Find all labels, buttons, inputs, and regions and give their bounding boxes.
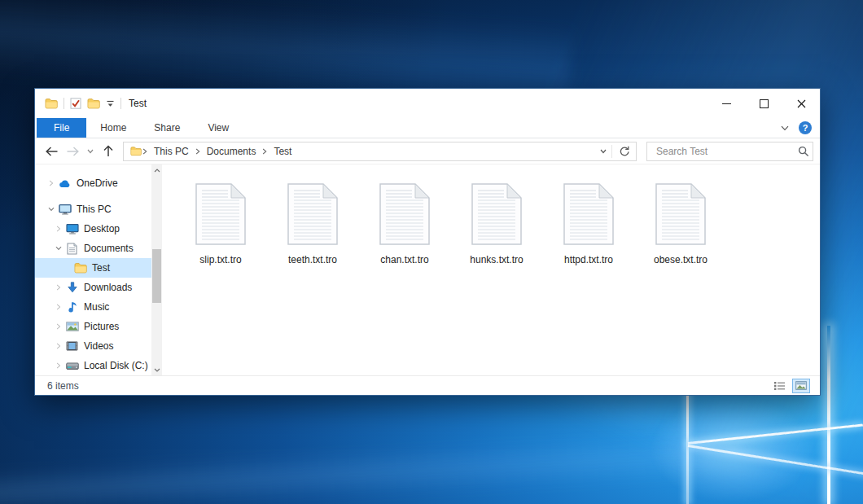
breadcrumb-documents[interactable]: Documents	[201, 146, 262, 157]
chevron-down-icon[interactable]	[54, 246, 63, 251]
sidebar-item-test[interactable]: Test	[35, 258, 151, 278]
large-icons-view-button[interactable]	[792, 379, 810, 393]
forward-button[interactable]	[63, 142, 82, 161]
toolbar-separator	[120, 98, 121, 109]
help-button[interactable]: ?	[799, 121, 812, 134]
file-list-pane[interactable]: slip.txt.tro teeth.txt.tro chan.txt.tro …	[162, 164, 820, 375]
chevron-right-icon[interactable]	[46, 180, 55, 186]
status-bar: 6 items	[35, 375, 820, 395]
sidebar-item-label: Local Disk (C:)	[84, 360, 148, 371]
chevron-down-icon[interactable]	[106, 100, 115, 107]
folder-icon	[126, 146, 142, 156]
sidebar-item-label: Downloads	[84, 282, 132, 293]
breadcrumb-this-pc[interactable]: This PC	[148, 146, 195, 157]
sidebar-item-onedrive[interactable]: OneDrive	[35, 173, 151, 193]
minimize-icon	[722, 103, 731, 104]
scrollbar-thumb[interactable]	[152, 249, 161, 303]
file-explorer-window: Test File Home Share View ?	[34, 88, 821, 396]
chevron-down-icon	[600, 149, 607, 154]
refresh-button[interactable]	[614, 142, 633, 161]
text-document-icon	[195, 183, 246, 245]
file-name: httpd.txt.tro	[564, 254, 613, 265]
sidebar-item-documents[interactable]: Documents	[35, 239, 151, 258]
file-item[interactable]: teeth.txt.tro	[270, 183, 355, 265]
sidebar-item-this-pc[interactable]: This PC	[35, 199, 151, 219]
sidebar-item-downloads[interactable]: Downloads	[35, 278, 151, 297]
scroll-down-icon[interactable]	[151, 364, 162, 375]
scroll-up-icon[interactable]	[151, 164, 162, 176]
address-bar[interactable]: This PC Documents Test	[123, 142, 637, 161]
chevron-right-icon	[195, 148, 201, 155]
chevron-right-icon[interactable]	[54, 362, 63, 369]
text-document-icon	[471, 183, 522, 245]
folder-icon[interactable]	[87, 98, 100, 109]
file-item[interactable]: httpd.txt.tro	[546, 183, 631, 265]
refresh-icon	[619, 146, 629, 156]
tab-share[interactable]: Share	[140, 118, 194, 138]
folder-icon[interactable]	[45, 98, 58, 109]
file-item[interactable]: obese.txt.tro	[638, 183, 723, 265]
checkmark-document-icon[interactable]	[70, 98, 81, 109]
title-bar[interactable]: Test	[35, 89, 820, 118]
sidebar-item-label: Desktop	[84, 223, 120, 234]
navigation-pane: OneDrive This PC	[35, 164, 162, 375]
sidebar-item-label: Music	[84, 301, 109, 313]
sidebar-item-videos[interactable]: Videos	[35, 336, 151, 356]
address-dropdown-button[interactable]	[597, 142, 610, 161]
download-arrow-icon	[64, 282, 80, 293]
chevron-right-icon	[261, 148, 268, 155]
sidebar-scrollbar[interactable]	[151, 164, 162, 375]
sidebar-item-label: Videos	[84, 340, 113, 352]
sidebar-item-desktop[interactable]: Desktop	[35, 219, 151, 239]
tab-view[interactable]: View	[194, 118, 243, 138]
sidebar-item-label: Pictures	[84, 321, 119, 332]
search-box[interactable]	[646, 142, 813, 161]
back-button[interactable]	[42, 142, 61, 161]
text-document-icon	[563, 183, 614, 245]
file-item[interactable]: slip.txt.tro	[178, 183, 263, 265]
breadcrumb-test[interactable]: Test	[268, 146, 297, 157]
sidebar-item-pictures[interactable]: Pictures	[35, 317, 151, 336]
window-title: Test	[129, 98, 147, 109]
expand-ribbon-chevron-icon[interactable]	[781, 125, 789, 131]
recent-locations-button[interactable]	[84, 142, 97, 161]
tab-home[interactable]: Home	[86, 118, 140, 138]
sidebar-item-local-disk-c[interactable]: Local Disk (C:)	[35, 356, 151, 375]
search-icon[interactable]	[798, 146, 809, 157]
window-controls	[707, 89, 820, 118]
chevron-right-icon[interactable]	[54, 304, 63, 310]
up-button[interactable]	[99, 142, 118, 161]
chevron-right-icon[interactable]	[54, 226, 63, 232]
file-name: chan.txt.tro	[380, 254, 428, 265]
details-view-button[interactable]	[770, 379, 788, 393]
maximize-button[interactable]	[745, 89, 782, 118]
minimize-button[interactable]	[707, 89, 745, 118]
file-item[interactable]: chan.txt.tro	[362, 183, 447, 265]
item-count-label: 6 items	[47, 380, 79, 392]
sidebar-item-music[interactable]: Music	[35, 297, 151, 317]
chevron-right-icon[interactable]	[54, 343, 63, 349]
document-icon	[64, 243, 80, 255]
picture-icon	[64, 322, 80, 331]
details-view-icon	[773, 381, 786, 391]
file-item[interactable]: hunks.txt.tro	[454, 183, 539, 265]
maximize-icon	[760, 99, 769, 108]
toolbar-separator	[64, 98, 64, 109]
sidebar-item-label: Documents	[84, 243, 134, 254]
chevron-right-icon	[142, 148, 148, 155]
help-icon: ?	[803, 123, 808, 133]
tab-file[interactable]: File	[37, 118, 86, 138]
close-icon	[797, 99, 806, 108]
chevron-right-icon[interactable]	[54, 284, 63, 291]
up-arrow-icon	[103, 145, 113, 157]
forward-arrow-icon	[66, 147, 80, 156]
chevron-right-icon[interactable]	[54, 323, 63, 330]
chevron-down-icon	[87, 149, 94, 154]
chevron-down-icon[interactable]	[46, 207, 55, 212]
hard-disk-icon	[64, 362, 80, 370]
close-button[interactable]	[782, 89, 820, 118]
search-input[interactable]	[655, 145, 798, 158]
text-document-icon	[655, 183, 706, 245]
sidebar-item-label: OneDrive	[77, 177, 118, 189]
sidebar-item-label: Test	[92, 262, 110, 274]
